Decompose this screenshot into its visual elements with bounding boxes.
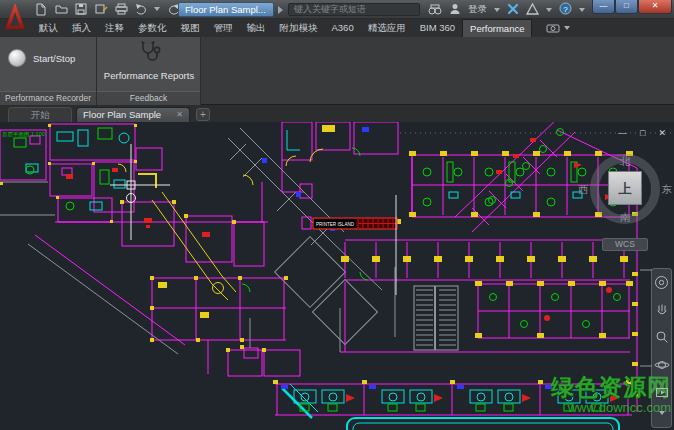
panel-title[interactable]: Performance Recorder <box>0 91 96 105</box>
yellow-doors-ramp <box>118 149 323 300</box>
window-controls: — □ ✕ <box>592 0 672 14</box>
svg-text:?: ? <box>563 4 568 13</box>
tab-output[interactable]: 输出 <box>240 19 273 37</box>
drawing-close-button[interactable]: ✕ <box>658 128 666 138</box>
green-furniture <box>14 128 621 411</box>
window-title: Floor Plan Sampl... <box>178 2 274 17</box>
capture-icon[interactable] <box>546 19 560 37</box>
ribbon-panel-area: Start/Stop Performance Recorder Performa… <box>0 37 674 105</box>
pan-icon[interactable] <box>655 303 669 321</box>
viewcube-east[interactable]: 东 <box>662 183 673 197</box>
search-input[interactable]: 键入关键字或短语 <box>288 3 420 16</box>
drawing-canvas[interactable]: PRINTER ISLAND 首层平面图 1:100 — □ ✕ 北 西 <box>0 122 674 430</box>
tab-performance[interactable]: Performance <box>462 19 532 37</box>
plot-icon[interactable] <box>114 2 128 16</box>
tab-bim360[interactable]: BIM 360 <box>413 19 462 37</box>
signin-button[interactable]: 登录 <box>468 3 487 16</box>
tab-parametric[interactable]: 参数化 <box>131 19 174 37</box>
viewcube-north[interactable]: 北 <box>575 155 674 169</box>
tab-default[interactable]: 默认 <box>32 19 65 37</box>
performance-reports-button[interactable]: Performance Reports <box>97 40 201 81</box>
exchange-apps-icon[interactable] <box>507 1 519 19</box>
printer-island-banner: PRINTER ISLAND <box>302 217 397 229</box>
gray-walls <box>0 128 674 366</box>
tab-annotate[interactable]: 注释 <box>98 19 131 37</box>
viewcube-west[interactable]: 西 <box>578 183 589 197</box>
file-tab-floor-plan-sample[interactable]: Floor Plan Sample ✕ <box>76 107 190 122</box>
save-as-icon[interactable] <box>94 2 108 16</box>
viewcube-top-face[interactable]: 上 <box>608 171 642 205</box>
showmotion-icon[interactable] <box>655 384 669 402</box>
navigation-bar[interactable] <box>651 268 672 428</box>
wcs-dropdown[interactable]: WCS <box>602 238 648 251</box>
panel-feedback: Performance Reports Feedback <box>97 37 201 105</box>
title-bar: Floor Plan Sampl... 键入关键字或短语 登录 ? <box>0 0 674 19</box>
tab-insert[interactable]: 插入 <box>65 19 98 37</box>
tab-view[interactable]: 视图 <box>174 19 207 37</box>
app-menu-button[interactable] <box>3 1 27 31</box>
title-expand-icon[interactable] <box>278 6 283 14</box>
new-file-icon[interactable] <box>34 2 48 16</box>
open-file-icon[interactable] <box>54 2 68 16</box>
drawing-restore-button[interactable]: □ <box>640 128 645 138</box>
tab-featured-apps[interactable]: 精选应用 <box>361 19 413 37</box>
help-icon[interactable]: ? <box>559 1 572 19</box>
tab-manage[interactable]: 管理 <box>207 19 240 37</box>
drawing-title-text: 首层平面图 1:100 <box>2 131 45 138</box>
drawing-minimize-button[interactable]: — <box>618 128 627 138</box>
user-icon[interactable] <box>449 1 461 19</box>
viewcube-south[interactable]: 南 <box>575 211 674 225</box>
help-dropdown-caret[interactable] <box>579 8 585 12</box>
a360-icon[interactable] <box>526 1 539 19</box>
save-icon[interactable] <box>74 2 88 16</box>
crosshair-cursor <box>110 144 170 240</box>
svg-text:PRINTER ISLAND: PRINTER ISLAND <box>316 222 355 227</box>
panel-title[interactable]: Feedback <box>97 91 200 105</box>
file-tab-start[interactable]: 开始 <box>8 107 72 122</box>
panel-performance-recorder: Start/Stop Performance Recorder <box>0 37 97 105</box>
capture-dropdown-caret[interactable] <box>564 26 570 30</box>
file-tab-close-icon[interactable]: ✕ <box>176 108 183 122</box>
magenta-walls <box>0 122 637 415</box>
maximize-button[interactable]: □ <box>615 0 638 14</box>
file-tab-bar: 开始 Floor Plan Sample ✕ + <box>0 105 674 122</box>
search-binoculars-icon[interactable] <box>428 1 442 19</box>
a360-dropdown-caret[interactable] <box>546 8 552 12</box>
yellow-markers <box>0 124 638 396</box>
stethoscope-icon <box>136 50 162 67</box>
record-circle-icon <box>8 49 26 67</box>
navbar-more-caret[interactable] <box>659 411 665 415</box>
ribbon-tab-bar: 默认 插入 注释 参数化 视图 管理 输出 附加模块 A360 精选应用 BIM… <box>0 19 674 37</box>
signin-dropdown-caret[interactable] <box>494 8 500 12</box>
minimize-button[interactable]: — <box>592 0 615 14</box>
undo-icon[interactable] <box>134 2 148 16</box>
tab-a360[interactable]: A360 <box>325 19 361 37</box>
autocad-window: Floor Plan Sampl... 键入关键字或短语 登录 ? <box>0 0 674 430</box>
viewcube[interactable]: 北 西 东 南 上 WCS <box>575 144 674 256</box>
zoom-icon[interactable] <box>655 330 669 348</box>
undo-dropdown-caret[interactable] <box>154 7 160 11</box>
drawing-window-controls: — □ ✕ <box>618 128 666 138</box>
new-drawing-tab-button[interactable]: + <box>196 108 210 121</box>
orbit-icon[interactable] <box>654 357 670 375</box>
navigation-wheel-icon[interactable] <box>654 275 669 294</box>
close-button[interactable]: ✕ <box>638 0 672 14</box>
tab-addins[interactable]: 附加模块 <box>273 19 325 37</box>
start-stop-button[interactable]: Start/Stop <box>8 49 75 67</box>
